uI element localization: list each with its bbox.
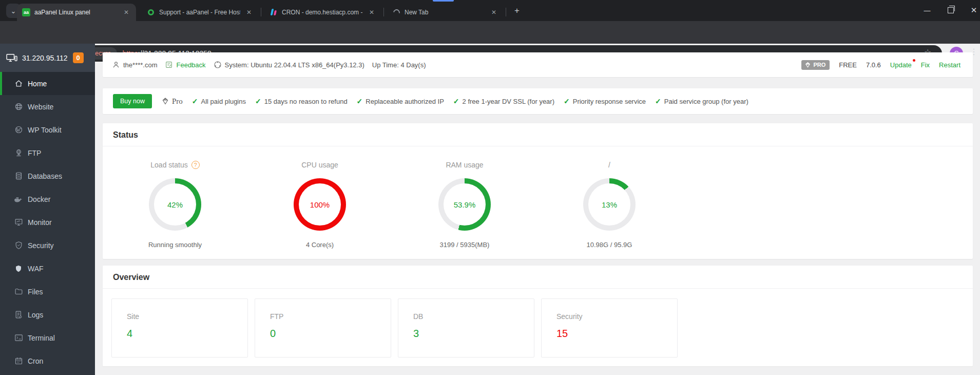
wordpress-icon [14,125,23,135]
update-link[interactable]: Update [890,61,912,69]
sidebar-item-docker[interactable]: Docker [0,188,95,211]
aapanel-favicon-icon: aa [22,8,30,16]
feature-text: Paid service group (for year) [664,98,748,105]
sidebar-item-terminal[interactable]: Terminal [0,326,95,349]
sidebar-item-logs[interactable]: Logs [0,303,95,326]
sidebar-item-security[interactable]: Security [0,234,95,257]
overview-box-value[interactable]: 0 [270,328,391,340]
terminal-icon [14,333,23,343]
sidebar-item-label: Docker [28,195,50,203]
uptime-text: Up Time: 4 Day(s) [372,61,426,69]
diamond-icon [804,62,811,68]
sidebar-item-monitor[interactable]: Monitor [0,211,95,234]
browser-toolbar: ← → ✕ Not secure https://31.220.95.112:1… [0,21,980,44]
overview-box-site[interactable]: Site 4 [111,298,248,358]
sidebar-item-waf[interactable]: WAF [0,257,95,280]
promo-feature: ✓All paid plugins [192,97,246,105]
close-icon[interactable]: ✕ [489,8,498,17]
sidebar-item-databases[interactable]: Databases [0,164,95,188]
restore-icon [948,7,954,13]
tab-support[interactable]: Support - aaPanel - Free Hostin ✕ [142,4,259,21]
support-favicon-icon [147,8,155,16]
gauge-label: Load status [150,161,187,169]
status-card: Status Load status ? 42% Running smoothl… [103,123,973,259]
account-item[interactable]: the****.com [112,61,157,69]
user-icon [112,61,120,69]
restart-link[interactable]: Restart [939,61,960,69]
sidebar-item-label: Terminal [28,334,55,342]
shield-check-icon [14,241,23,250]
sidebar-item-ftp[interactable]: FTP [0,141,95,164]
sidebar-item-label: WAF [28,265,44,273]
sidebar-item-label: WP Toolkit [28,126,62,134]
overview-box-value[interactable]: 15 [556,328,677,340]
gauge-value: 100% [310,200,330,209]
close-window-button[interactable]: ✕ [962,0,980,21]
gauge-label: RAM usage [446,161,483,169]
gauge-cpu-usage: CPU usage 100% 4 Core(s) [247,160,392,249]
overview-box-value[interactable]: 3 [413,328,534,340]
server-header[interactable]: 31.220.95.112 0 [0,44,95,72]
gauge-caption: Running smoothly [148,241,202,249]
overview-title: Overview [103,266,973,288]
check-icon: ✓ [357,97,363,105]
pro-badge-label: PRO [813,62,825,68]
sidebar-item-cron[interactable]: Cron [0,349,95,372]
server-monitor-icon [6,53,17,63]
status-title: Status [103,123,973,146]
tab-new-tab[interactable]: New Tab ✕ [387,4,504,21]
feedback-item[interactable]: Feedback [165,61,205,69]
new-tab-button[interactable]: + [511,5,523,17]
close-icon[interactable]: ✕ [122,8,131,17]
minimize-button[interactable]: — [915,0,939,21]
overview-box-db[interactable]: DB 3 [398,298,534,358]
overview-box-value[interactable]: 4 [127,328,247,340]
fix-link[interactable]: Fix [921,61,930,69]
sidebar-item-label: Cron [28,357,43,365]
help-icon[interactable]: ? [191,161,200,169]
overview-box-ftp[interactable]: FTP 0 [255,298,391,358]
tab-separator [383,8,384,16]
overview-box-security[interactable]: Security 15 [541,298,678,358]
ubuntu-icon [214,61,222,69]
chevron-down-icon: ⌄ [11,7,16,15]
sidebar-item-files[interactable]: Files [0,280,95,303]
sidebar-item-label: Home [28,80,47,88]
sidebar-item-label: Security [28,241,54,250]
sidebar-item-label: FTP [28,149,41,157]
tab-separator [506,8,506,16]
feature-text: All paid plugins [201,98,246,105]
sidebar-item-website[interactable]: Website [0,95,95,118]
tab-title: New Tab [405,9,485,16]
overview-box-label: Site [127,312,247,321]
tab-aapanel[interactable]: aa aaPanel Linux panel ✕ [17,4,136,21]
message-count-badge[interactable]: 0 [73,52,84,63]
header-right-group: PRO FREE 7.0.6 Update Fix Restart [801,60,960,70]
close-icon[interactable]: ✕ [367,8,376,17]
close-icon[interactable]: ✕ [244,8,254,17]
promo-feature: ✓2 free 1-year DV SSL (for year) [453,97,554,105]
feedback-link: Feedback [176,61,205,69]
sidebar-item-wp-toolkit[interactable]: WP Toolkit [0,118,95,141]
pro-badge[interactable]: PRO [801,60,830,70]
promo-feature: ✓Paid service group (for year) [655,97,748,105]
diamond-icon [161,97,169,105]
sidebar-item-home[interactable]: Home [0,72,95,95]
pro-tag-label: Pro [172,97,183,106]
shield-icon [14,264,23,273]
restore-button[interactable] [939,0,963,21]
pro-tag: Pro [161,97,183,106]
account-name: the****.com [123,61,157,69]
update-notification-dot [913,59,915,62]
monitor-chart-icon [14,218,23,227]
check-icon: ✓ [255,97,261,105]
tab-cron-hestia[interactable]: CRON - demo.hestiacp.com - H ✕ [264,4,381,21]
gauge-ring: 53.9% [438,178,491,231]
globe-icon [14,102,23,111]
tab-title: Support - aaPanel - Free Hostin [159,9,240,16]
sidebar: 31.220.95.112 0 Home Website WP Toolkit … [0,44,95,375]
check-icon: ✓ [655,97,661,105]
sidebar-item-label: Logs [28,311,43,319]
buy-now-button[interactable]: Buy now [113,94,152,108]
tab-title: aaPanel Linux panel [34,9,118,16]
